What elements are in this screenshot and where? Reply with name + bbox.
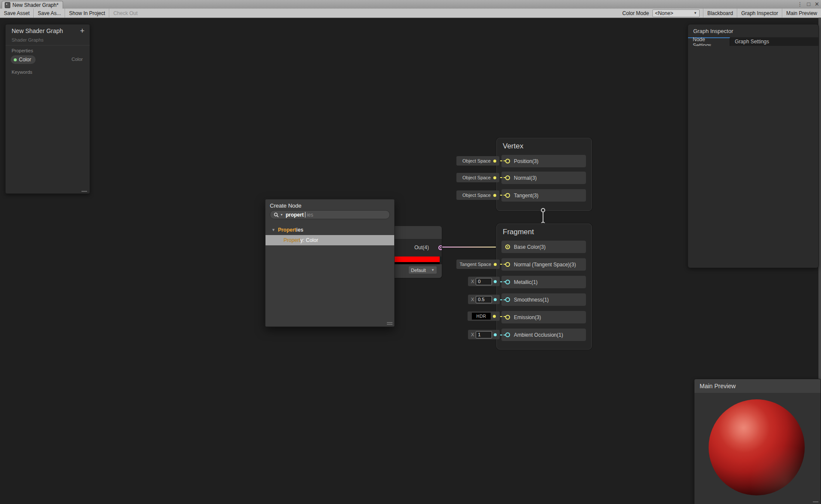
document-tab[interactable]: New Shader Graph* <box>2 1 63 9</box>
stub-wire <box>500 264 506 265</box>
space-label: Object Space <box>462 193 491 198</box>
connector-knob-icon <box>541 208 545 212</box>
fragment-slot-smoothness[interactable]: Smoothness(1) <box>501 293 586 306</box>
blackboard-panel: New Shader Graph + Shader Graphs Propert… <box>5 24 90 194</box>
port-icon[interactable] <box>505 280 510 284</box>
out-port-icon[interactable] <box>438 245 442 250</box>
property-type-label: Color <box>72 57 83 62</box>
create-node-search-input[interactable]: ▼ propert ies <box>270 210 390 219</box>
window-menu-icon[interactable]: ⋮ <box>797 0 803 9</box>
fragment-node[interactable]: Fragment Base Color(3) Normal (Tangent S… <box>496 223 592 350</box>
add-property-button[interactable]: + <box>80 27 85 35</box>
port-icon[interactable] <box>505 159 510 163</box>
divider <box>6 45 90 45</box>
save-asset-button[interactable]: Save Asset <box>0 9 33 18</box>
vertex-slot-tangent[interactable]: Tangent(3) <box>501 189 586 202</box>
collapse-triangle-icon[interactable]: ▼ <box>272 228 275 232</box>
panel-resize-grip[interactable] <box>81 191 87 192</box>
stub-wire <box>500 316 506 317</box>
fragment-slot-basecolor[interactable]: Base Color(3) <box>501 241 586 253</box>
fragment-slot-metallic[interactable]: Metallic(1) <box>501 276 586 288</box>
shader-graph-window: New Shader Graph* ⋮ □ ✕ Save Asset Save … <box>0 0 821 504</box>
property-color-dot-icon <box>14 58 17 61</box>
fragment-slot-emission[interactable]: Emission(3) <box>501 311 586 323</box>
stub-wire <box>500 160 506 161</box>
search-typed-text: propert <box>286 212 304 218</box>
property-pill-color[interactable]: Color <box>11 55 36 64</box>
connector-dot-icon <box>493 315 496 318</box>
metallic-value-widget: X 0 <box>468 277 500 286</box>
color-mode-select-value: Default <box>411 268 431 273</box>
slot-label: Normal (Tangent Space)(3) <box>514 262 576 268</box>
toolbar-right-group: Color Mode <None> ▼ Blackboard Graph Ins… <box>619 9 821 18</box>
smoothness-value-widget: X 0.5 <box>468 295 500 304</box>
search-icon <box>274 212 279 217</box>
save-as-button[interactable]: Save As... <box>34 9 65 18</box>
window-titlebar: New Shader Graph* ⋮ □ ✕ <box>0 0 821 9</box>
result-item-property-color[interactable]: Propert y: Color <box>266 235 394 245</box>
connector-dot-icon <box>493 160 496 163</box>
blackboard-toggle-button[interactable]: Blackboard <box>703 9 737 18</box>
color-mode-select[interactable]: Default ▼ <box>409 266 437 274</box>
port-icon[interactable] <box>505 262 510 267</box>
main-preview-toggle-button[interactable]: Main Preview <box>782 9 821 18</box>
show-in-project-button[interactable]: Show In Project <box>65 9 109 18</box>
metallic-value-field[interactable]: 0 <box>476 278 492 285</box>
port-icon[interactable] <box>505 175 510 180</box>
slot-label: Position(3) <box>514 158 538 164</box>
space-dropdown-normal[interactable]: Object Space <box>456 173 499 182</box>
preview-sphere[interactable] <box>709 399 805 495</box>
close-icon[interactable]: ✕ <box>815 0 819 9</box>
search-filter-caret-icon[interactable]: ▼ <box>280 213 283 216</box>
stub-wire <box>500 195 506 196</box>
tab-node-settings[interactable]: Node Settings <box>688 37 730 47</box>
dialog-resize-grip[interactable] <box>387 322 392 325</box>
space-dropdown-tangent[interactable]: Object Space <box>456 190 499 200</box>
color-mode-dropdown[interactable]: <None> ▼ <box>652 9 700 17</box>
section-label-match: Propert <box>278 227 296 233</box>
smoothness-value-field[interactable]: 0.5 <box>476 296 492 303</box>
slot-label: Ambient Occlusion(1) <box>514 332 563 338</box>
keywords-section-label: Keywords <box>12 69 32 75</box>
vertex-node-title: Vertex <box>503 142 523 151</box>
fragment-slot-normal[interactable]: Normal (Tangent Space)(3) <box>501 258 586 271</box>
space-dropdown-position[interactable]: Object Space <box>456 156 499 166</box>
blackboard-title: New Shader Graph <box>12 27 63 34</box>
color-mode-label: Color Mode <box>619 9 652 18</box>
graph-inspector-toggle-button[interactable]: Graph Inspector <box>737 9 782 18</box>
color-property-node[interactable]: Out(4) Default ▼ <box>394 226 442 278</box>
vertex-node[interactable]: Vertex Position(3) Normal(3) Tangent(3) <box>496 138 592 211</box>
color-node-footer: Default ▼ <box>394 264 442 278</box>
panel-resize-grip[interactable] <box>813 501 818 502</box>
results-section-properties[interactable]: ▼ Propert ies <box>266 225 394 235</box>
port-icon[interactable] <box>505 297 510 302</box>
occlusion-value-field[interactable]: 1 <box>476 331 492 338</box>
vertex-slot-position[interactable]: Position(3) <box>501 155 586 167</box>
space-dropdown-tangentspace[interactable]: Tangent Space <box>456 260 500 269</box>
port-icon[interactable] <box>505 332 510 337</box>
main-preview-panel: Main Preview <box>694 379 821 504</box>
main-preview-header[interactable]: Main Preview <box>694 379 821 393</box>
hdr-color-swatch[interactable]: HDR <box>472 313 491 320</box>
vertex-slot-normal[interactable]: Normal(3) <box>501 172 586 184</box>
create-node-dialog: Create Node ▼ propert ies ▼ Propert ies … <box>265 199 395 327</box>
stub-wire <box>500 281 506 282</box>
space-label: Object Space <box>462 158 491 163</box>
inspector-tabbar: Node Settings Graph Settings <box>688 37 818 46</box>
section-label-rest: ies <box>296 227 304 233</box>
graph-inspector-panel: Graph Inspector Node Settings Graph Sett… <box>688 24 819 268</box>
edge-color-to-basecolor[interactable] <box>439 247 506 247</box>
graph-inspector-title: Graph Inspector <box>693 28 733 34</box>
x-axis-label: X <box>471 297 474 302</box>
stub-wire <box>500 335 506 335</box>
connector-dot-icon <box>493 194 496 197</box>
port-icon[interactable] <box>505 315 510 320</box>
out-port-label: Out(4) <box>414 244 429 250</box>
fragment-slot-occlusion[interactable]: Ambient Occlusion(1) <box>501 329 586 341</box>
slot-label: Tangent(3) <box>514 193 538 199</box>
maximize-icon[interactable]: □ <box>807 0 810 9</box>
tab-graph-settings[interactable]: Graph Settings <box>730 37 774 46</box>
color-swatch[interactable] <box>394 257 440 262</box>
port-icon[interactable] <box>505 244 510 249</box>
port-icon[interactable] <box>505 193 510 198</box>
